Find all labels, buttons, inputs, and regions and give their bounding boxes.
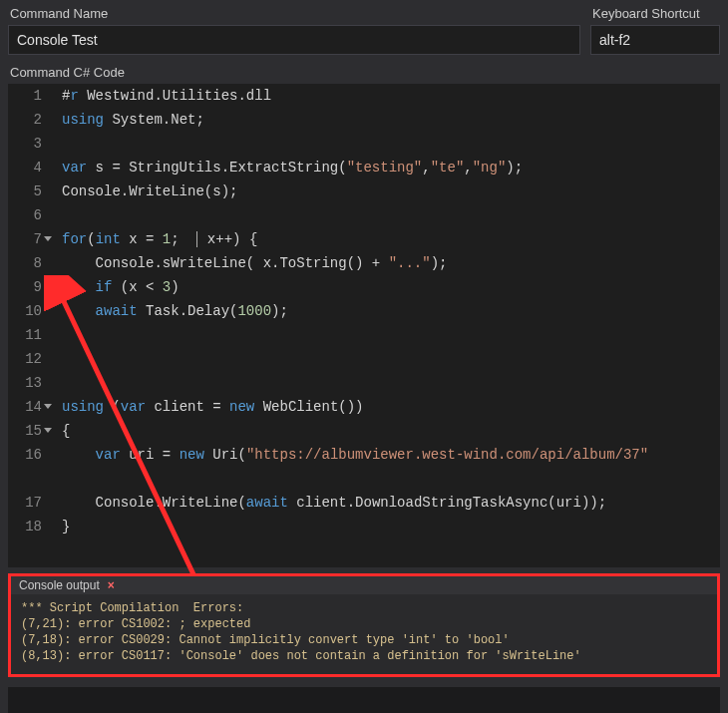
line-number: 11 bbox=[18, 323, 42, 347]
line-number: 16 bbox=[18, 443, 42, 467]
line-number: 9 bbox=[18, 275, 42, 299]
line-number: 3 bbox=[18, 132, 42, 156]
console-body: *** Script Compilation Errors: (7,21): e… bbox=[11, 594, 717, 674]
code-line[interactable] bbox=[62, 371, 720, 395]
top-fields-row: Command Name Keyboard Shortcut bbox=[8, 6, 720, 55]
line-number: 17 bbox=[18, 491, 42, 515]
line-number: 18 bbox=[18, 515, 42, 538]
command-name-group: Command Name bbox=[8, 6, 580, 55]
code-line[interactable]: #r Westwind.Utilities.dll bbox=[62, 84, 720, 108]
code-line[interactable]: Console.WriteLine(s); bbox=[62, 179, 720, 203]
close-icon[interactable]: × bbox=[108, 578, 115, 592]
code-line[interactable]: { bbox=[62, 419, 720, 443]
editor-code-area[interactable]: #r Westwind.Utilities.dllusing System.Ne… bbox=[56, 84, 720, 567]
code-line[interactable]: var uri = new Uri("https://albumviewer.w… bbox=[62, 443, 720, 467]
line-number: 6 bbox=[18, 203, 42, 227]
code-line[interactable] bbox=[62, 132, 720, 156]
keyboard-shortcut-group: Keyboard Shortcut bbox=[590, 6, 720, 55]
code-line[interactable]: await Task.Delay(1000); bbox=[62, 299, 720, 323]
keyboard-shortcut-label: Keyboard Shortcut bbox=[590, 6, 720, 21]
code-line[interactable]: using System.Net; bbox=[62, 108, 720, 132]
console-title: Console output bbox=[19, 578, 100, 592]
code-line[interactable]: Console.WriteLine(await client.DownloadS… bbox=[62, 491, 720, 515]
code-line[interactable]: var s = StringUtils.ExtractString("testi… bbox=[62, 156, 720, 179]
code-line[interactable]: Console.sWriteLine( x.ToString() + "..."… bbox=[62, 251, 720, 275]
code-line[interactable]: if (x < 3) bbox=[62, 275, 720, 299]
line-number: 1 bbox=[18, 84, 42, 108]
code-line[interactable] bbox=[62, 347, 720, 371]
code-line[interactable]: using (var client = new WebClient()) bbox=[62, 395, 720, 419]
line-number: 5 bbox=[18, 179, 42, 203]
command-name-label: Command Name bbox=[8, 6, 580, 21]
code-editor[interactable]: 123456789101112131415161718 #r Westwind.… bbox=[8, 84, 720, 567]
console-output-panel: Console output × *** Script Compilation … bbox=[8, 573, 720, 677]
command-name-input[interactable] bbox=[8, 25, 580, 55]
line-number: 14 bbox=[18, 395, 42, 419]
line-number: 2 bbox=[18, 108, 42, 132]
line-number: 8 bbox=[18, 251, 42, 275]
editor-gutter: 123456789101112131415161718 bbox=[8, 84, 56, 567]
line-number: 7 bbox=[18, 227, 42, 251]
keyboard-shortcut-input[interactable] bbox=[590, 25, 720, 55]
code-line[interactable] bbox=[62, 203, 720, 227]
line-number: 4 bbox=[18, 156, 42, 179]
code-line[interactable] bbox=[62, 323, 720, 347]
code-line[interactable]: } bbox=[62, 515, 720, 538]
console-header: Console output × bbox=[11, 576, 717, 594]
footer-spacer bbox=[8, 687, 720, 713]
code-line[interactable] bbox=[62, 467, 720, 491]
line-number: 15 bbox=[18, 419, 42, 443]
line-number bbox=[18, 467, 42, 491]
line-number: 12 bbox=[18, 347, 42, 371]
code-label: Command C# Code bbox=[8, 65, 720, 80]
code-line[interactable]: for(int x = 1; x++) { bbox=[62, 227, 720, 251]
line-number: 10 bbox=[18, 299, 42, 323]
line-number: 13 bbox=[18, 371, 42, 395]
